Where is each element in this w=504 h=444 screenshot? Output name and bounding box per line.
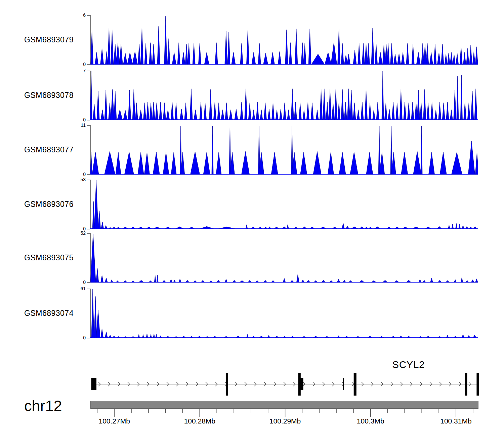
coverage-peak <box>325 52 331 65</box>
coverage-peak <box>430 278 433 283</box>
coverage-peak <box>114 91 117 120</box>
coverage-peak <box>424 44 426 65</box>
coverage-peak <box>365 89 367 120</box>
coverage-peak <box>198 43 201 65</box>
coverage-peak <box>104 90 107 120</box>
y-axis-zero-label: 0 <box>68 335 86 340</box>
coverage-peak <box>446 281 450 283</box>
coverage-peak <box>434 110 437 120</box>
gene-exon <box>476 373 479 396</box>
coverage-peak <box>185 44 188 65</box>
coverage-peak <box>461 278 463 283</box>
coverage-peak <box>467 103 470 120</box>
coverage-peak <box>258 43 261 65</box>
coverage-peak <box>153 227 161 229</box>
coverage-peak <box>337 336 340 338</box>
coverage-peak <box>459 224 461 229</box>
coverage-peak <box>469 227 472 229</box>
coverage-peak <box>371 281 377 283</box>
coverage-peak <box>391 336 395 338</box>
coverage-peak <box>294 227 298 229</box>
coverage-peak <box>283 103 286 120</box>
coverage-peak <box>225 279 227 283</box>
coverage-peak <box>341 89 344 120</box>
coverage-peak <box>431 102 433 120</box>
coverage-peak <box>420 102 422 120</box>
gene-model-track <box>90 370 479 400</box>
coverage-peak <box>471 91 474 120</box>
y-axis-bottom-tick <box>87 282 90 283</box>
coverage-peak <box>96 268 99 283</box>
coverage-peak <box>271 152 278 175</box>
coverage-peak <box>95 52 98 65</box>
axis-tick-label: 100.31Mb <box>429 417 483 425</box>
coverage-peak <box>454 90 456 120</box>
coverage-peak <box>177 43 180 65</box>
coverage-peak <box>382 280 388 283</box>
coverage-peak <box>146 227 152 229</box>
y-axis-bottom-tick <box>87 338 90 338</box>
coverage-peak <box>390 126 392 175</box>
coverage-peak <box>282 227 287 229</box>
coverage-peak <box>135 103 138 120</box>
coverage-peak <box>139 110 142 120</box>
coverage-peak <box>301 280 304 283</box>
coverage-peak <box>204 52 209 65</box>
coverage-peak <box>412 227 420 229</box>
coverage-peak <box>423 280 426 283</box>
coverage-peak <box>116 152 121 175</box>
coverage-peak <box>475 279 478 283</box>
coverage-peak <box>412 44 414 65</box>
coverage-peak <box>101 222 104 229</box>
coverage-peak <box>367 43 370 65</box>
coverage-peak <box>452 152 462 175</box>
coverage-peak <box>411 102 414 120</box>
gene-exon <box>226 373 228 396</box>
coverage-peak <box>407 336 411 338</box>
coverage-peak <box>245 89 247 120</box>
coverage-peak <box>172 52 176 65</box>
coverage-peak <box>316 110 319 120</box>
coverage-peak <box>453 54 455 65</box>
coverage-peak <box>392 102 394 120</box>
coverage-peak <box>471 280 474 283</box>
coverage-plot <box>90 71 478 120</box>
coverage-peak <box>270 52 275 65</box>
coverage-peak <box>190 336 194 338</box>
coverage-peak <box>264 227 267 229</box>
coverage-peak <box>201 280 205 283</box>
coverage-peak <box>146 333 148 338</box>
gene-exon <box>91 378 97 390</box>
coverage-peak <box>272 103 275 120</box>
coverage-peak <box>150 103 152 120</box>
coverage-peak <box>387 43 389 65</box>
coverage-peak <box>90 234 96 283</box>
coverage-peak <box>326 102 329 120</box>
y-axis-top-tick <box>87 289 90 289</box>
coverage-peak <box>388 109 391 120</box>
coverage-peak <box>216 280 220 283</box>
coverage-peak <box>111 89 114 120</box>
coverage-peak <box>204 103 207 120</box>
coverage-peak <box>413 151 421 175</box>
coverage-peak <box>91 289 94 338</box>
coverage-peak <box>225 31 227 65</box>
axis-tick-label: 100.29Mb <box>258 417 312 425</box>
coverage-peak <box>350 152 358 175</box>
axis-tick-label: 100.3Mb <box>344 417 397 425</box>
coverage-peak <box>475 47 478 65</box>
coverage-peak <box>309 227 315 229</box>
coverage-peak <box>466 226 468 229</box>
coverage-peak <box>446 102 449 120</box>
coverage-peak <box>301 336 307 338</box>
coverage-peak <box>358 43 361 65</box>
coverage-peak <box>394 281 400 283</box>
coverage-peak <box>105 332 108 338</box>
coverage-peak <box>473 335 476 338</box>
coverage-peak <box>291 89 294 120</box>
coverage-peak <box>235 109 238 120</box>
coverage-peak <box>353 103 356 120</box>
coverage-peak <box>289 43 292 65</box>
coverage-peak <box>427 103 429 120</box>
coverage-peak <box>213 336 217 338</box>
